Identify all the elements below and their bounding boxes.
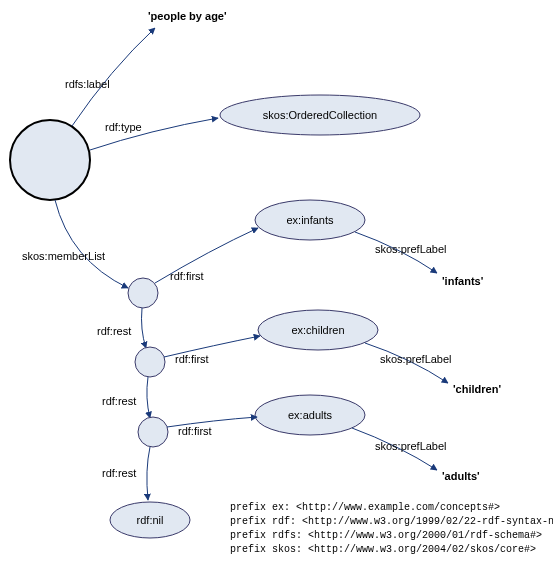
prefix-line-1: prefix rdf: <http://www.w3.org/1999/02/2… — [230, 516, 553, 527]
title-literal: 'people by age' — [148, 10, 227, 22]
edge-label-preflabel-1: skos:prefLabel — [375, 243, 447, 255]
root-blank-node — [10, 120, 90, 200]
prefix-line-2: prefix rdfs: <http://www.w3.org/2000/01/… — [230, 530, 542, 541]
node-infants-label: ex:infants — [286, 214, 334, 226]
edge-skos-memberlist — [55, 200, 128, 288]
edge-rest-1 — [142, 308, 147, 348]
edge-label-first-2: rdf:first — [175, 353, 209, 365]
edge-label-first-3: rdf:first — [178, 425, 212, 437]
edge-label-rest-3: rdf:rest — [102, 467, 136, 479]
list-node-3 — [138, 417, 168, 447]
rdf-graph-diagram: 'people by age' rdfs:label skos:OrderedC… — [0, 0, 553, 573]
list-node-1 — [128, 278, 158, 308]
list-node-2 — [135, 347, 165, 377]
edge-label-skos-memberlist: skos:memberList — [22, 250, 105, 262]
edge-rest-3 — [147, 447, 150, 500]
literal-children: 'children' — [453, 383, 501, 395]
prefix-line-0: prefix ex: <http://www.example.com/conce… — [230, 502, 500, 513]
node-nil-label: rdf:nil — [137, 514, 164, 526]
node-adults-label: ex:adults — [288, 409, 333, 421]
edge-rdfs-label — [72, 28, 155, 126]
edge-label-rdfs-label: rdfs:label — [65, 78, 110, 90]
edge-label-first-1: rdf:first — [170, 270, 204, 282]
prefix-line-3: prefix skos: <http://www.w3.org/2004/02/… — [230, 544, 536, 555]
node-children-label: ex:children — [291, 324, 344, 336]
edge-label-rest-1: rdf:rest — [97, 325, 131, 337]
edge-label-preflabel-2: skos:prefLabel — [380, 353, 452, 365]
edge-rest-2 — [147, 377, 150, 418]
node-ordered-collection-label: skos:OrderedCollection — [263, 109, 377, 121]
literal-adults: 'adults' — [442, 470, 480, 482]
edge-label-rest-2: rdf:rest — [102, 395, 136, 407]
edge-label-preflabel-3: skos:prefLabel — [375, 440, 447, 452]
edge-label-rdf-type: rdf:type — [105, 121, 142, 133]
literal-infants: 'infants' — [442, 275, 484, 287]
